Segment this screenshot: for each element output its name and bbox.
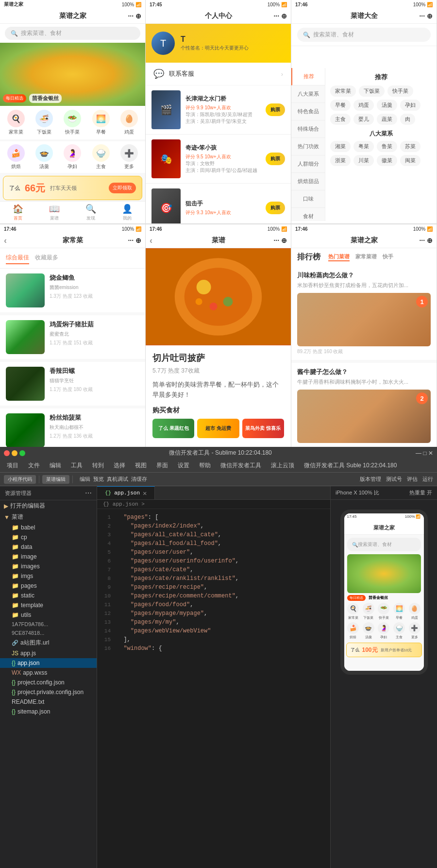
menu-goto[interactable]: 转到	[89, 460, 107, 471]
editor-tab-appjson[interactable]: {} app.json ✕	[97, 486, 155, 499]
file-projconfig[interactable]: {} project.config.json	[0, 678, 97, 687]
filter-fav[interactable]: 收藏最多	[35, 252, 58, 264]
test-label[interactable]: 测试号	[386, 476, 402, 483]
menu-debug[interactable]: 微信开发者工具 Suble 10:22:04.180	[301, 460, 400, 471]
tab-discover-1[interactable]: 🔍 发现	[73, 202, 109, 223]
menu-cloud[interactable]: 滚上云顶	[268, 460, 297, 471]
movie-card-2[interactable]: 🎭 奇迹•笨小孩 评分 9.5 10w+人喜欢 导演：文牧野 主演：田间/易烊千…	[146, 135, 291, 184]
tag-chuan[interactable]: 川菜	[353, 155, 374, 166]
close-dot[interactable]	[4, 450, 10, 456]
side-item-special[interactable]: 特色食品	[291, 103, 325, 120]
rank-item-1[interactable]: 川味粉蒸肉怎么做？ 米加香料炒至焦黄打成粉备用，五花肉切片加... 1 89.2…	[291, 266, 437, 360]
file-images[interactable]: 📁 images	[0, 562, 97, 571]
buy-banner-red[interactable]: 菜鸟外卖 惊喜乐	[242, 419, 284, 438]
tag-breakfast[interactable]: 早餐	[330, 100, 351, 111]
tag-su[interactable]: 苏菜	[400, 141, 420, 152]
file-appjs[interactable]: JS app.js	[0, 648, 97, 658]
file-template[interactable]: 📁 template	[0, 600, 97, 610]
menu-view[interactable]: 视图	[132, 460, 150, 471]
cat-item-bake[interactable]: 🍰 烘焙	[3, 144, 29, 170]
buy-banner-yellow[interactable]: 超市 免运费	[197, 419, 239, 438]
tag-veg[interactable]: 蔬菜	[377, 114, 397, 125]
buy-btn-3[interactable]: 购票	[266, 202, 285, 214]
search-bar-1[interactable]: 🔍 搜索菜谱、食材	[5, 27, 140, 40]
tag-chicken[interactable]: 鸡蛋	[353, 100, 374, 111]
side-item-recommend[interactable]: 推荐	[291, 68, 325, 85]
side-item-occasion[interactable]: 特殊场合	[291, 120, 325, 138]
file-projprivatejson[interactable]: {} project.private.config.json	[0, 687, 97, 697]
filter-quick[interactable]: 快手	[383, 253, 393, 261]
version-label[interactable]: 版本管理	[360, 476, 381, 483]
menu-select[interactable]: 选择	[111, 460, 128, 471]
filter-home[interactable]: 家常菜谱	[355, 253, 377, 261]
file-data[interactable]: 📁 data	[0, 542, 97, 552]
minimize-dot[interactable]	[12, 450, 17, 456]
file-tree-actions[interactable]: ⋯	[85, 489, 92, 497]
evaluate-label[interactable]: 评估	[407, 476, 418, 483]
file-pages[interactable]: 📁 pages	[0, 581, 97, 591]
file-imgs[interactable]: 📁 imgs	[0, 571, 97, 581]
menu-wechat[interactable]: 微信开发者工具	[218, 460, 264, 471]
tag-hui[interactable]: 徽菜	[377, 155, 397, 166]
cat-item-breakfast[interactable]: 🌅 早餐	[88, 110, 114, 136]
cat-item-rice[interactable]: 🍜 下饭菜	[31, 110, 57, 136]
file-appjson[interactable]: {} app.json	[0, 658, 97, 668]
file-utils[interactable]: 📁 utils	[0, 610, 97, 620]
tag-meat[interactable]: 肉	[400, 114, 415, 125]
cat-item-staple[interactable]: 🍚 主食	[88, 144, 114, 170]
cat-item-quick[interactable]: 🥗 快手菜	[59, 110, 85, 136]
back-icon-5[interactable]: ‹	[150, 236, 152, 246]
tag-lu[interactable]: 鲁菜	[377, 141, 397, 152]
file-readme[interactable]: README.txt	[0, 697, 97, 707]
file-open-editors[interactable]: ▶ 打开的编辑器	[0, 500, 97, 511]
file-babel[interactable]: 📁 babel	[0, 523, 97, 532]
file-sitemap[interactable]: {} sitemap.json	[0, 707, 97, 716]
side-item-eight[interactable]: 八大菜系	[291, 85, 325, 103]
pf-search[interactable]: 🔍 搜索菜谱、食材	[347, 538, 421, 551]
file-static[interactable]: 📁 static	[0, 591, 97, 600]
movie-card-3[interactable]: 🎯 狙击手 评分 9.3 10w+人喜欢 购票	[146, 184, 291, 223]
cat-item-more[interactable]: ➕ 更多	[116, 144, 142, 170]
tag-soup[interactable]: 汤羹	[377, 100, 397, 111]
buy-btn-2[interactable]: 购票	[266, 153, 285, 165]
menu-interface[interactable]: 界面	[153, 460, 171, 471]
tab-home-1[interactable]: 🏠 首页	[0, 202, 36, 223]
cat-item-pregnant[interactable]: 🤰 孕妇	[59, 144, 85, 170]
menu-file[interactable]: 文件	[25, 460, 43, 471]
search-input-3[interactable]: 🔍 搜索菜谱、食材	[297, 28, 431, 42]
toolbar-recipe-btn[interactable]: 菜谱编辑	[42, 475, 69, 484]
tab-me-1[interactable]: 👤 我的	[109, 202, 145, 223]
tag-baby[interactable]: 婴儿	[353, 114, 374, 125]
side-item-bake[interactable]: 烘焙甜品	[291, 173, 325, 190]
tag-homecooking[interactable]: 家常菜	[330, 85, 356, 97]
file-hash2[interactable]: 9CE874818...	[0, 629, 97, 637]
side-item-effect[interactable]: 热门功效	[291, 138, 325, 155]
recipe-item-2[interactable]: 鸡蛋焖子猪肚菇 蜜蜜查北 1.1万 热度 151 收藏	[0, 315, 145, 362]
file-gallery[interactable]: 🔗 a站图库.url	[0, 637, 97, 648]
tag-xiang[interactable]: 湘菜	[330, 141, 351, 152]
cat-item-homecooking[interactable]: 🍳 家常菜	[3, 110, 29, 136]
buy-btn-1[interactable]: 购票	[266, 103, 285, 116]
movie-card-1[interactable]: 🎬 长津湖之水门桥 评分 9.9 10w+人喜欢 导演：陈凯歌/徐克/吴京/林超…	[146, 85, 291, 135]
tag-zhe[interactable]: 浙菜	[330, 155, 351, 166]
menu-edit[interactable]: 编辑	[47, 460, 64, 471]
close-tab-icon[interactable]: ✕	[143, 489, 147, 497]
menu-settings[interactable]: 设置	[175, 460, 192, 471]
tag-staple[interactable]: 主食	[330, 114, 351, 125]
buy-banner-green[interactable]: 了么 果蔬红包	[152, 419, 194, 438]
file-caipu-root[interactable]: ▼ 菜谱	[0, 511, 97, 523]
recipe-item-3[interactable]: 香辣田螺 猫猫学烹饪 1.1万 热度 180 收藏	[0, 362, 145, 408]
search-bar-wrap-1[interactable]: 🔍 搜索菜谱、食材	[0, 24, 145, 43]
tab-recipe-1[interactable]: 📖 菜谱	[36, 202, 73, 223]
banner-ad-1[interactable]: 了么 66元 打车天天领 立即领取	[3, 176, 142, 200]
recipe-item-1[interactable]: 烧金鲫鱼 菌菌emission 1.3万 热度 123 收藏	[0, 269, 145, 315]
side-item-ingredient[interactable]: 食材	[291, 208, 325, 221]
menu-help[interactable]: 帮助	[196, 460, 214, 471]
tag-yue[interactable]: 粤菜	[353, 141, 374, 152]
menu-project[interactable]: 项目	[4, 460, 21, 471]
tag-rice[interactable]: 下饭菜	[359, 85, 385, 97]
cat-item-soup[interactable]: 🍲 汤羹	[31, 144, 57, 170]
file-image[interactable]: 📁 image	[0, 552, 97, 562]
cat-item-egg[interactable]: 🥚 鸡蛋	[116, 110, 142, 136]
file-hash1[interactable]: 1A7FD9A786...	[0, 620, 97, 629]
